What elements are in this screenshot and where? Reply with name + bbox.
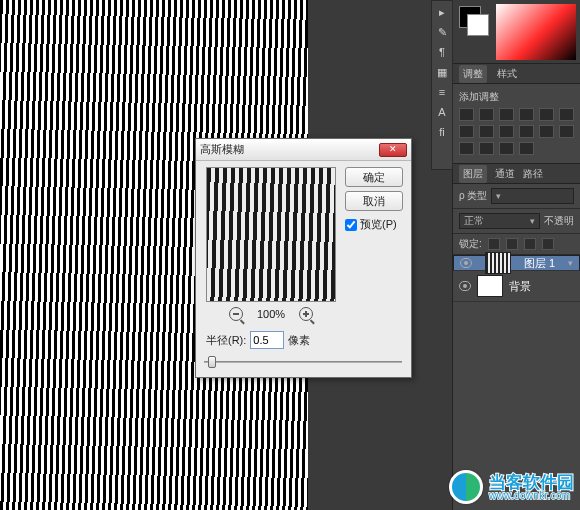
preview-checkbox-row[interactable]: 预览(P) [345, 217, 403, 232]
adj-more-icon[interactable] [519, 142, 534, 155]
background-swatch[interactable] [467, 14, 489, 36]
slider-thumb[interactable] [208, 356, 216, 368]
watermark-url: www.downkr.com [489, 491, 574, 501]
adj-mixer-icon[interactable] [499, 125, 514, 138]
zoom-controls: 100% [206, 307, 336, 321]
layers-panel: 图层 通道 路径 ρ 类型 正常 不透明 锁定: 图层 1 背景 [453, 164, 580, 302]
layer-name: 图层 1 [524, 256, 555, 271]
layer-filter-row: ρ 类型 [453, 184, 580, 209]
right-panels: ▸ ✎ ¶ ▦ ≡ A fi 调整 样式 添加调整 图层 通道 路径 [452, 0, 580, 510]
adj-invert-icon[interactable] [539, 125, 554, 138]
adj-poster-icon[interactable] [559, 125, 574, 138]
adj-brightness-icon[interactable] [459, 108, 474, 121]
lock-position-icon[interactable] [506, 238, 518, 250]
layer-row[interactable]: 图层 1 [453, 255, 580, 271]
dialog-title: 高斯模糊 [200, 142, 244, 157]
watermark-logo-icon [449, 470, 483, 504]
tab-paths[interactable]: 路径 [523, 167, 543, 181]
visibility-icon[interactable] [460, 258, 472, 268]
visibility-icon[interactable] [459, 281, 471, 291]
zoom-value: 100% [257, 308, 285, 320]
text-icon[interactable]: ¶ [435, 45, 449, 59]
layer-name: 背景 [509, 279, 531, 294]
lock-fill-icon[interactable] [542, 238, 554, 250]
adj-lookup-icon[interactable] [519, 125, 534, 138]
zoom-out-icon[interactable] [229, 307, 243, 321]
zoom-in-icon[interactable] [299, 307, 313, 321]
lock-all-icon[interactable] [524, 238, 536, 250]
blend-row: 正常 不透明 [453, 209, 580, 234]
adj-grad-icon[interactable] [479, 142, 494, 155]
layer-thumbnail[interactable] [477, 275, 503, 297]
dialog-titlebar[interactable]: 高斯模糊 ✕ [196, 139, 411, 161]
cancel-button[interactable]: 取消 [345, 191, 403, 211]
char-icon[interactable]: A [435, 105, 449, 119]
watermark-title: 当客软件园 [489, 474, 574, 491]
color-field[interactable] [496, 4, 576, 60]
adj-thresh-icon[interactable] [459, 142, 474, 155]
radius-row: 半径(R): 像素 [206, 331, 310, 349]
preview-label: 预览(P) [360, 217, 397, 232]
adj-photo-icon[interactable] [479, 125, 494, 138]
opacity-label: 不透明 [544, 214, 574, 228]
tab-layers[interactable]: 图层 [459, 165, 487, 183]
tab-styles[interactable]: 样式 [497, 67, 517, 81]
adj-vibrance-icon[interactable] [539, 108, 554, 121]
blend-mode-select[interactable]: 正常 [459, 213, 540, 229]
kind-select[interactable] [491, 188, 574, 204]
radius-label: 半径(R): [206, 333, 246, 348]
adj-select-icon[interactable] [499, 142, 514, 155]
layer-thumbnail[interactable] [485, 252, 511, 274]
brush-icon[interactable]: ✎ [435, 25, 449, 39]
lock-pixels-icon[interactable] [488, 238, 500, 250]
adj-levels-icon[interactable] [479, 108, 494, 121]
adj-bw-icon[interactable] [459, 125, 474, 138]
tab-adjustments[interactable]: 调整 [459, 65, 487, 83]
blur-preview[interactable] [206, 167, 336, 302]
lock-row: 锁定: [453, 234, 580, 255]
tab-channels[interactable]: 通道 [495, 167, 515, 181]
adj-curves-icon[interactable] [499, 108, 514, 121]
ok-button[interactable]: 确定 [345, 167, 403, 187]
gaussian-blur-dialog: 高斯模糊 ✕ 确定 取消 预览(P) 100% 半径(R): 像素 [195, 138, 412, 378]
lock-label: 锁定: [459, 237, 482, 251]
arrow-icon[interactable]: ▸ [435, 5, 449, 19]
adj-hue-icon[interactable] [559, 108, 574, 121]
close-icon[interactable]: ✕ [379, 143, 407, 157]
radius-slider[interactable] [204, 355, 402, 369]
radius-input[interactable] [250, 331, 284, 349]
watermark: 当客软件园 www.downkr.com [449, 470, 574, 504]
layer-list: 图层 1 背景 [453, 255, 580, 302]
adjust-panel-tabs: 调整 样式 [453, 64, 580, 84]
ruler-icon[interactable]: ≡ [435, 85, 449, 99]
vertical-toolstrip: ▸ ✎ ¶ ▦ ≡ A fi [431, 0, 453, 170]
color-picker-panel [453, 0, 580, 64]
preview-checkbox[interactable] [345, 219, 357, 231]
adjustments-panel: 添加调整 [453, 84, 580, 164]
kind-label: ρ 类型 [459, 189, 487, 203]
adj-exposure-icon[interactable] [519, 108, 534, 121]
swatch-icon[interactable]: ▦ [435, 65, 449, 79]
add-adjustment-label: 添加调整 [459, 90, 574, 104]
layer-row[interactable]: 背景 [453, 271, 580, 302]
radius-unit: 像素 [288, 333, 310, 348]
paragraph-icon[interactable]: fi [435, 125, 449, 139]
layers-panel-tabs: 图层 通道 路径 [453, 164, 580, 184]
